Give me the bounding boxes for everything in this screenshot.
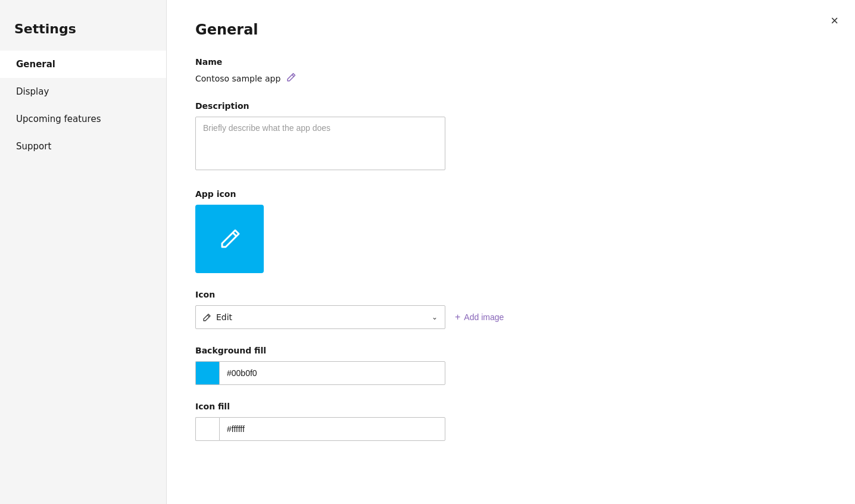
icon-row: Edit ⌄ + Add image bbox=[195, 305, 826, 329]
name-section: Name Contoso sample app bbox=[195, 57, 826, 84]
sidebar-item-general-label: General bbox=[16, 59, 55, 70]
background-fill-swatch[interactable] bbox=[195, 361, 219, 385]
select-pencil-icon bbox=[203, 313, 211, 321]
icon-fill-input[interactable] bbox=[219, 417, 445, 441]
page-title: General bbox=[195, 21, 826, 38]
description-textarea[interactable] bbox=[195, 117, 445, 170]
add-image-label: Add image bbox=[464, 312, 504, 322]
close-button[interactable]: × bbox=[826, 12, 843, 30]
icon-select[interactable]: Edit ⌄ bbox=[195, 305, 445, 329]
sidebar-item-display-label: Display bbox=[16, 86, 49, 97]
edit-name-icon[interactable] bbox=[286, 73, 296, 84]
icon-fill-label: Icon fill bbox=[195, 402, 826, 411]
sidebar-item-support[interactable]: Support bbox=[0, 133, 166, 160]
icon-fill-row bbox=[195, 417, 445, 441]
app-icon-box[interactable] bbox=[195, 205, 264, 273]
name-value: Contoso sample app bbox=[195, 74, 280, 83]
name-row: Contoso sample app bbox=[195, 73, 826, 84]
icon-section: Icon Edit ⌄ + Add image bbox=[195, 290, 826, 329]
background-fill-section: Background fill bbox=[195, 346, 826, 385]
description-section: Description bbox=[195, 101, 826, 173]
sidebar-item-display[interactable]: Display bbox=[0, 78, 166, 105]
name-label: Name bbox=[195, 57, 826, 67]
icon-select-left: Edit bbox=[203, 312, 232, 322]
background-fill-row bbox=[195, 361, 445, 385]
chevron-down-icon: ⌄ bbox=[432, 313, 438, 321]
description-label: Description bbox=[195, 101, 826, 111]
settings-title: Settings bbox=[0, 12, 166, 51]
sidebar-item-upcoming-features[interactable]: Upcoming features bbox=[0, 105, 166, 133]
add-image-button[interactable]: + Add image bbox=[455, 312, 504, 323]
main-content: × General Name Contoso sample app Descri… bbox=[167, 0, 855, 504]
sidebar-item-support-label: Support bbox=[16, 141, 51, 152]
sidebar: Settings General Display Upcoming featur… bbox=[0, 0, 167, 504]
icon-label: Icon bbox=[195, 290, 826, 299]
background-fill-label: Background fill bbox=[195, 346, 826, 355]
sidebar-item-general[interactable]: General bbox=[0, 51, 166, 78]
icon-fill-section: Icon fill bbox=[195, 402, 826, 441]
plus-icon: + bbox=[455, 312, 460, 323]
sidebar-item-upcoming-features-label: Upcoming features bbox=[16, 114, 101, 124]
background-fill-input[interactable] bbox=[219, 361, 445, 385]
app-icon-label: App icon bbox=[195, 189, 826, 199]
icon-fill-swatch[interactable] bbox=[195, 417, 219, 441]
app-icon-section: App icon bbox=[195, 189, 826, 273]
icon-select-value: Edit bbox=[216, 312, 232, 322]
